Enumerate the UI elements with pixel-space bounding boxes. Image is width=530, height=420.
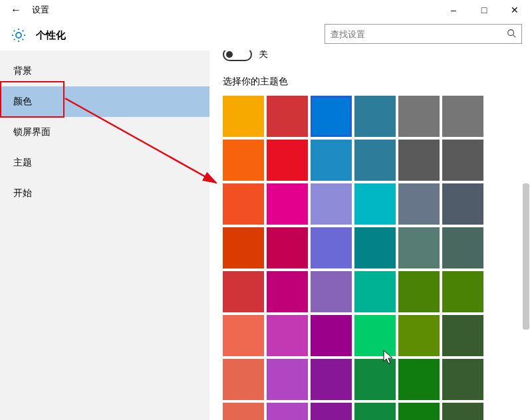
color-swatch-13[interactable]	[267, 183, 308, 225]
section-label: 选择你的主题色	[223, 76, 514, 88]
sidebar-item-0[interactable]: 背景	[0, 56, 209, 86]
color-swatch-28[interactable]	[398, 271, 440, 312]
color-swatch-47[interactable]	[442, 403, 483, 420]
color-swatch-14[interactable]	[311, 183, 352, 225]
color-swatch-23[interactable]	[442, 227, 483, 268]
color-swatch-24[interactable]	[223, 271, 264, 312]
color-swatch-10[interactable]	[398, 140, 440, 181]
color-swatch-40[interactable]	[398, 359, 440, 400]
color-swatch-16[interactable]	[398, 183, 440, 225]
color-swatch-43[interactable]	[267, 403, 308, 420]
color-swatch-27[interactable]	[354, 271, 396, 312]
color-swatch-44[interactable]	[311, 403, 352, 420]
close-button[interactable]: ✕	[499, 0, 530, 20]
color-swatch-32[interactable]	[311, 315, 352, 356]
toggle-label: 关	[259, 51, 268, 60]
color-swatch-4[interactable]	[398, 96, 440, 137]
search-box[interactable]	[325, 24, 522, 44]
color-swatch-15[interactable]	[354, 183, 396, 225]
color-swatch-37[interactable]	[267, 359, 308, 400]
color-swatch-2[interactable]	[311, 96, 352, 137]
sidebar-item-3[interactable]: 主题	[0, 148, 209, 178]
svg-line-1	[513, 35, 516, 37]
color-swatch-3[interactable]	[354, 96, 396, 137]
sidebar-item-1[interactable]: 颜色	[0, 86, 209, 117]
color-swatch-20[interactable]	[311, 227, 352, 268]
search-icon[interactable]	[501, 29, 521, 40]
color-swatch-7[interactable]	[267, 140, 308, 181]
color-swatch-0[interactable]	[223, 96, 264, 137]
page-title: 个性化	[36, 29, 66, 42]
color-swatch-8[interactable]	[311, 140, 352, 181]
color-swatch-12[interactable]	[223, 183, 264, 225]
color-swatch-18[interactable]	[223, 227, 264, 268]
color-swatch-33[interactable]	[354, 315, 396, 356]
svg-point-0	[508, 29, 514, 35]
back-button[interactable]: ←	[0, 4, 32, 16]
color-swatch-21[interactable]	[354, 227, 396, 268]
content-area: 关 选择你的主题色	[209, 51, 530, 420]
maximize-button[interactable]: □	[469, 0, 499, 20]
toggle-row: 关	[223, 51, 514, 61]
search-input[interactable]	[325, 29, 501, 39]
color-swatch-41[interactable]	[442, 359, 483, 400]
color-swatch-42[interactable]	[223, 403, 264, 420]
color-swatch-26[interactable]	[311, 271, 352, 312]
color-swatch-17[interactable]	[442, 183, 483, 225]
minimize-button[interactable]: –	[438, 0, 469, 20]
color-swatch-9[interactable]	[354, 140, 396, 181]
color-swatch-31[interactable]	[267, 315, 308, 356]
gear-icon	[11, 27, 27, 43]
color-swatch-30[interactable]	[223, 315, 264, 356]
color-swatch-19[interactable]	[267, 227, 308, 268]
color-swatch-34[interactable]	[398, 315, 440, 356]
color-swatch-1[interactable]	[267, 96, 308, 137]
color-swatch-5[interactable]	[442, 96, 483, 137]
sidebar-item-2[interactable]: 锁屏界面	[0, 117, 209, 148]
color-swatch-29[interactable]	[442, 271, 483, 312]
sidebar-item-4[interactable]: 开始	[0, 178, 209, 209]
color-swatch-11[interactable]	[442, 140, 483, 181]
color-swatch-38[interactable]	[311, 359, 352, 400]
toggle-switch[interactable]	[223, 51, 252, 61]
color-swatch-45[interactable]	[354, 403, 396, 420]
color-swatch-6[interactable]	[223, 140, 264, 181]
sidebar: 背景颜色锁屏界面主题开始	[0, 51, 209, 420]
window-controls: – □ ✕	[438, 0, 530, 20]
window-title: 设置	[32, 4, 438, 16]
color-swatch-39[interactable]	[354, 359, 396, 400]
titlebar: ← 设置 – □ ✕	[0, 0, 530, 20]
color-swatch-36[interactable]	[223, 359, 264, 400]
color-swatch-46[interactable]	[398, 403, 440, 420]
color-swatch-25[interactable]	[267, 271, 308, 312]
scrollbar-thumb[interactable]	[523, 183, 529, 330]
color-swatch-22[interactable]	[398, 227, 440, 268]
color-swatch-35[interactable]	[442, 315, 483, 356]
color-grid	[223, 96, 514, 420]
